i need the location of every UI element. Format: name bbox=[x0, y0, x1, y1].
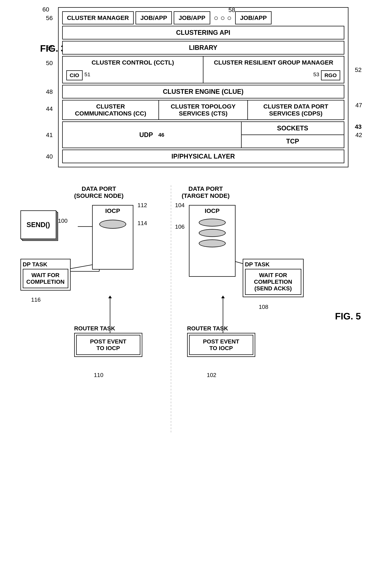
ref-60: 60 bbox=[42, 6, 49, 13]
ref-41: 41 bbox=[46, 131, 53, 138]
ref-40: 40 bbox=[46, 153, 53, 160]
router-task-right-inner: POST EVENT TO IOCP bbox=[189, 335, 253, 355]
ref-47: 47 bbox=[356, 102, 362, 109]
ref-112: 112 bbox=[138, 202, 147, 209]
ref-56: 56 bbox=[46, 14, 53, 21]
ref-114: 114 bbox=[138, 220, 147, 227]
ref-116: 116 bbox=[31, 296, 41, 303]
dots-area: 58 ○ ○ ○ bbox=[212, 14, 233, 22]
top-row: 56 CLUSTER MANAGER JOB/APP JOB/APP 58 ○ … bbox=[62, 11, 344, 25]
dots-symbol: ○ ○ ○ bbox=[214, 14, 232, 22]
dp-task-right-label: DP TASK bbox=[245, 261, 301, 268]
cluster-engine-box: CLUSTER ENGINE (CLUE) bbox=[62, 85, 344, 99]
udp-sockets-row: 41 42 UDP 46 SOCKETS TCP bbox=[62, 121, 344, 148]
router-task-left-inner: POST EVENT TO IOCP bbox=[76, 335, 140, 355]
send-box: SEND() bbox=[20, 210, 56, 239]
sockets-box: SOCKETS bbox=[242, 121, 344, 135]
ip-physical-row: 40 IP/PHYSICAL LAYER bbox=[62, 150, 344, 163]
router-task-right-title: ROUTER TASK bbox=[187, 325, 255, 332]
ref-106: 106 bbox=[175, 224, 184, 230]
rgo-box: RGO bbox=[321, 70, 340, 80]
cc-cts-cdps-row: 44 47 CLUSTER COMMUNICATIONS (CC) CLUSTE… bbox=[62, 100, 344, 120]
cluster-manager-box: CLUSTER MANAGER bbox=[62, 11, 134, 25]
data-port-target-label: DATA PORT (TARGET NODE) bbox=[182, 185, 230, 199]
cluster-control-box: CLUSTER CONTROL (CCTL) CIO 51 bbox=[62, 56, 204, 83]
library-box: LIBRARY bbox=[62, 41, 344, 55]
job-app-1-box: JOB/APP bbox=[136, 11, 172, 25]
sockets-tcp-col: SOCKETS TCP bbox=[242, 121, 344, 148]
ref-51: 51 bbox=[84, 71, 90, 78]
library-row: 54 LIBRARY bbox=[62, 41, 344, 55]
tcp-box: TCP bbox=[242, 135, 344, 148]
cluster-data-port-box: 43 CLUSTER DATA PORT SERVICES (CDPS) bbox=[248, 100, 344, 120]
svg-marker-13 bbox=[221, 296, 225, 298]
cio-box: CIO bbox=[66, 70, 83, 80]
ref-48: 48 bbox=[46, 88, 53, 95]
router-task-left-title: ROUTER TASK bbox=[74, 325, 142, 332]
cluster-control-title: CLUSTER CONTROL (CCTL) bbox=[66, 59, 200, 66]
udp-box: UDP 46 bbox=[62, 121, 242, 148]
ref-100: 100 bbox=[58, 218, 68, 224]
wait-completion-right-box: WAIT FOR COMPLETION (SEND ACKS) bbox=[245, 269, 301, 295]
job-app-2-box: JOB/APP bbox=[174, 11, 210, 25]
job-app-3-box: JOB/APP bbox=[235, 11, 272, 25]
ref-50: 50 bbox=[46, 60, 53, 67]
oval-right-2 bbox=[199, 229, 226, 237]
control-resilient-row: 50 CLUSTER CONTROL (CCTL) CIO 51 52 CLUS… bbox=[62, 56, 344, 83]
data-port-source-label: DATA PORT (SOURCE NODE) bbox=[74, 185, 124, 199]
oval-right-3 bbox=[199, 239, 226, 247]
router-task-left: ROUTER TASK POST EVENT TO IOCP bbox=[74, 325, 142, 357]
fig3-main-block: 60 56 CLUSTER MANAGER JOB/APP JOB/APP 58… bbox=[58, 7, 348, 167]
oval-right-1 bbox=[199, 219, 226, 227]
iocp-right-box: IOCP 104 106 bbox=[189, 205, 236, 277]
clustering-api-box: CLUSTERING API bbox=[62, 26, 344, 40]
iocp-left-label: IOCP bbox=[93, 206, 133, 216]
ref-46: 46 bbox=[158, 132, 164, 138]
clustering-api-row: CLUSTERING API bbox=[62, 26, 344, 40]
wait-completion-left-box: WAIT FOR COMPLETION bbox=[23, 269, 68, 288]
ref-53: 53 bbox=[313, 71, 319, 78]
dp-task-right: DP TASK WAIT FOR COMPLETION (SEND ACKS) bbox=[243, 259, 304, 297]
oval-left-1 bbox=[99, 220, 126, 229]
fig5-label: FIG. 5 bbox=[335, 311, 361, 322]
iocp-right-label: IOCP bbox=[190, 206, 235, 216]
ref-43: 43 bbox=[355, 123, 362, 130]
ref-108: 108 bbox=[259, 304, 268, 310]
ref-58: 58 bbox=[228, 7, 235, 14]
ref-54: 54 bbox=[46, 44, 53, 51]
ref-44: 44 bbox=[46, 105, 53, 112]
cluster-resilient-title: CLUSTER RESILIENT GROUP MANAGER bbox=[207, 59, 340, 66]
cluster-resilient-box: 52 CLUSTER RESILIENT GROUP MANAGER 53 RG… bbox=[204, 56, 344, 83]
router-task-right: ROUTER TASK POST EVENT TO IOCP bbox=[187, 325, 255, 357]
svg-marker-9 bbox=[108, 296, 112, 298]
cluster-topology-box: CLUSTER TOPOLOGY SERVICES (CTS) bbox=[159, 100, 248, 120]
fig3-diagram: FIG. 3 60 56 CLUSTER MANAGER JOB/APP JOB… bbox=[44, 7, 348, 167]
ref-102: 102 bbox=[207, 372, 216, 378]
iocp-left-box: IOCP 112 114 bbox=[92, 205, 133, 270]
fig5-diagram: DATA PORT (SOURCE NODE) DATA PORT (TARGE… bbox=[17, 182, 375, 433]
ref-104: 104 bbox=[175, 202, 184, 209]
ref-110: 110 bbox=[94, 372, 104, 378]
ip-physical-box: IP/PHYSICAL LAYER bbox=[62, 150, 344, 163]
cluster-engine-row: 48 CLUSTER ENGINE (CLUE) bbox=[62, 85, 344, 99]
ref-52: 52 bbox=[355, 66, 362, 73]
send-stack: SEND() bbox=[20, 210, 56, 239]
cluster-comm-box: CLUSTER COMMUNICATIONS (CC) bbox=[62, 100, 159, 120]
ref-42: 42 bbox=[356, 131, 362, 138]
dp-task-left-label: DP TASK bbox=[23, 261, 68, 268]
dp-task-left: DP TASK WAIT FOR COMPLETION bbox=[20, 259, 70, 291]
